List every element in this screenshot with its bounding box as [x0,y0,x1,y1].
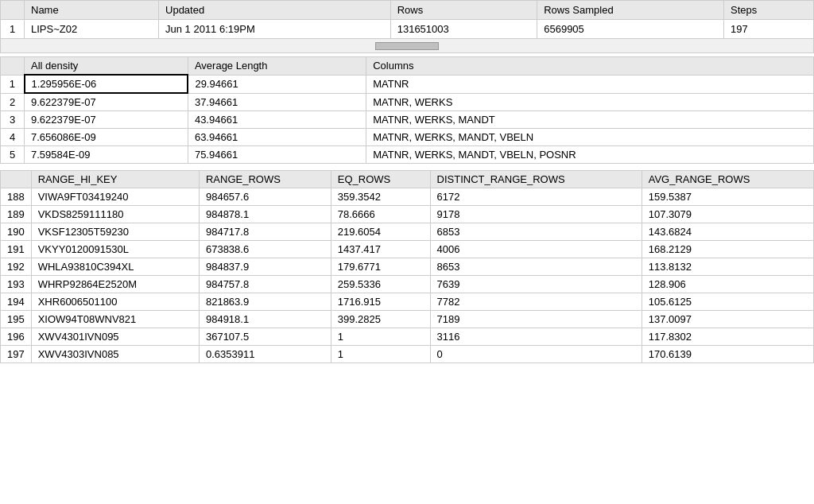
bottom-cell-r4-c4: 8653 [430,258,642,276]
mid-table-row: 39.622379E-0743.94661MATNR, WERKS, MANDT [1,111,814,129]
top-table-row: 1LIPS~Z02Jun 1 2011 6:19PM13165100365699… [1,20,814,39]
bottom-cell-r8-c3: 1 [331,328,430,346]
bottom-cell-r0-c3: 359.3542 [331,188,430,206]
bottom-cell-r3-c2: 673838.6 [199,241,331,258]
mid-cell-r4-c1: 7.59584E-09 [25,146,188,164]
bottom-cell-r7-c1: XIOW94T08WNV821 [31,311,199,328]
bottom-cell-r6-c3: 1716.915 [331,293,430,311]
bottom-cell-r9-c0: 197 [1,346,32,363]
bottom-cell-r4-c1: WHLA93810C394XL [31,258,199,276]
main-container: NameUpdatedRowsRows SampledSteps 1LIPS~Z… [0,0,814,504]
scrollbar-thumb[interactable] [375,42,439,50]
horizontal-scrollbar[interactable] [0,39,814,53]
bottom-cell-r6-c0: 194 [1,293,32,311]
bottom-cell-r7-c0: 195 [1,311,32,328]
mid-cell-r0-c3: MATNR [366,75,814,93]
bottom-table-row: 196XWV4301IVN095367107.513116117.8302 [1,328,814,346]
mid-cell-r3-c2: 63.94661 [188,129,366,146]
bottom-cell-r2-c2: 984717.8 [199,223,331,241]
bottom-cell-r1-c2: 984878.1 [199,206,331,223]
mid-col-header-3: Columns [366,57,814,76]
bottom-cell-r9-c2: 0.6353911 [199,346,331,363]
top-col-header-1: Name [25,1,159,20]
top-cell-r0-c4: 6569905 [537,20,724,39]
bottom-cell-r7-c3: 399.2825 [331,311,430,328]
mid-cell-r0-c1: 1.295956E-06 [25,75,188,93]
bottom-cell-r1-c3: 78.6666 [331,206,430,223]
bottom-cell-r0-c2: 984657.6 [199,188,331,206]
mid-cell-r2-c0: 3 [1,111,25,129]
top-col-header-3: Rows [390,1,537,20]
bottom-cell-r1-c5: 107.3079 [642,206,813,223]
mid-cell-r3-c0: 4 [1,129,25,146]
bottom-cell-r8-c4: 3116 [430,328,642,346]
mid-cell-r0-c2: 29.94661 [188,75,366,93]
bottom-col-header-0 [1,171,32,188]
bottom-cell-r2-c0: 190 [1,223,32,241]
bottom-cell-r8-c5: 117.8302 [642,328,813,346]
top-col-header-4: Rows Sampled [537,1,724,20]
bottom-cell-r7-c5: 137.0097 [642,311,813,328]
bottom-cell-r1-c0: 189 [1,206,32,223]
bottom-cell-r0-c5: 159.5387 [642,188,813,206]
bottom-table-row: 194XHR6006501100821863.91716.9157782105.… [1,293,814,311]
bottom-cell-r3-c4: 4006 [430,241,642,258]
top-col-header-5: Steps [724,1,814,20]
bottom-cell-r0-c0: 188 [1,188,32,206]
top-col-header-0 [1,1,25,20]
bottom-cell-r1-c4: 9178 [430,206,642,223]
mid-cell-r1-c3: MATNR, WERKS [366,93,814,111]
range-table: RANGE_HI_KEYRANGE_ROWSEQ_ROWSDISTINCT_RA… [0,170,814,363]
bottom-cell-r4-c5: 113.8132 [642,258,813,276]
mid-col-header-0 [1,57,25,76]
bottom-cell-r6-c2: 821863.9 [199,293,331,311]
top-cell-r0-c3: 131651003 [390,20,537,39]
bottom-cell-r0-c4: 6172 [430,188,642,206]
bottom-cell-r2-c4: 6853 [430,223,642,241]
gap-spacer [0,164,814,170]
bottom-cell-r8-c2: 367107.5 [199,328,331,346]
bottom-cell-r5-c0: 193 [1,276,32,293]
mid-cell-r2-c3: MATNR, WERKS, MANDT [366,111,814,129]
bottom-cell-r5-c4: 7639 [430,276,642,293]
mid-table-row: 11.295956E-0629.94661MATNR [1,75,814,93]
bottom-cell-r9-c5: 170.6139 [642,346,813,363]
mid-col-header-2: Average Length [188,57,366,76]
mid-cell-r2-c1: 9.622379E-07 [25,111,188,129]
bottom-cell-r7-c4: 7189 [430,311,642,328]
bottom-table-row: 190VKSF12305T59230984717.8219.6054685314… [1,223,814,241]
bottom-table-row: 192WHLA93810C394XL984837.9179.6771865311… [1,258,814,276]
bottom-cell-r8-c1: XWV4301IVN095 [31,328,199,346]
bottom-cell-r9-c1: XWV4303IVN085 [31,346,199,363]
bottom-cell-r4-c3: 179.6771 [331,258,430,276]
bottom-table-row: 197XWV4303IVN0850.635391110170.6139 [1,346,814,363]
bottom-table-row: 193WHRP92864E2520M984757.8259.5336763912… [1,276,814,293]
mid-cell-r3-c3: MATNR, WERKS, MANDT, VBELN [366,129,814,146]
mid-cell-r4-c2: 75.94661 [188,146,366,164]
mid-cell-r0-c0: 1 [1,75,25,93]
bottom-cell-r5-c2: 984757.8 [199,276,331,293]
bottom-col-header-3: EQ_ROWS [331,171,430,188]
bottom-cell-r5-c1: WHRP92864E2520M [31,276,199,293]
mid-table-row: 29.622379E-0737.94661MATNR, WERKS [1,93,814,111]
top-cell-r0-c5: 197 [724,20,814,39]
mid-cell-r4-c0: 5 [1,146,25,164]
bottom-cell-r8-c0: 196 [1,328,32,346]
bottom-table-row: 195XIOW94T08WNV821984918.1399.2825718913… [1,311,814,328]
top-cell-r0-c2: Jun 1 2011 6:19PM [159,20,391,39]
bottom-cell-r2-c5: 143.6824 [642,223,813,241]
mid-col-header-1: All density [25,57,188,76]
bottom-cell-r6-c1: XHR6006501100 [31,293,199,311]
top-cell-r0-c0: 1 [1,20,25,39]
bottom-cell-r1-c1: VKDS8259111180 [31,206,199,223]
bottom-cell-r2-c3: 219.6054 [331,223,430,241]
mid-cell-r1-c2: 37.94661 [188,93,366,111]
bottom-cell-r2-c1: VKSF12305T59230 [31,223,199,241]
bottom-col-header-4: DISTINCT_RANGE_ROWS [430,171,642,188]
top-cell-r0-c1: LIPS~Z02 [25,20,159,39]
bottom-cell-r3-c0: 191 [1,241,32,258]
bottom-table-row: 188VIWA9FT03419240984657.6359.3542617215… [1,188,814,206]
bottom-cell-r5-c5: 128.906 [642,276,813,293]
bottom-cell-r7-c2: 984918.1 [199,311,331,328]
bottom-col-header-2: RANGE_ROWS [199,171,331,188]
